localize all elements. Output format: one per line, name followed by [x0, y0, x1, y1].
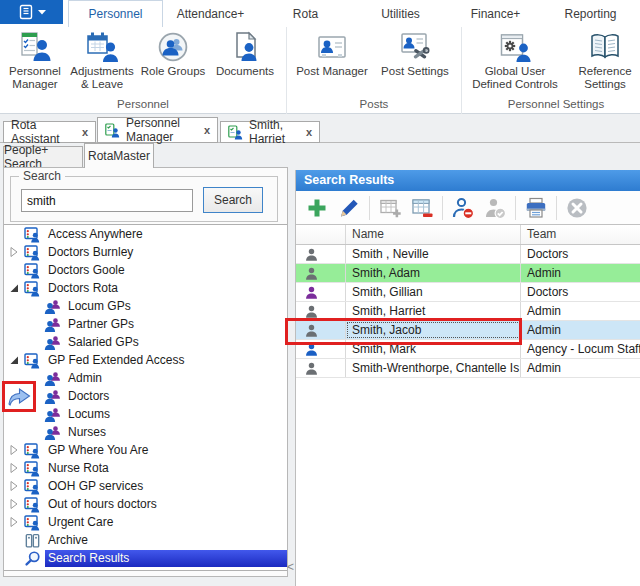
tree-expander-icon	[9, 337, 19, 347]
role-groups-icon	[157, 31, 189, 63]
document-tab-smith-harriet[interactable]: Smith, Harriet x	[220, 121, 320, 143]
collapsed-expander-icon[interactable]	[9, 463, 19, 473]
table-row[interactable]: Smith , Neville Doctors	[296, 245, 640, 264]
reference-settings-icon	[589, 31, 621, 63]
add-button[interactable]	[301, 194, 333, 222]
close-tab-icon[interactable]: x	[204, 124, 210, 136]
rota-icon	[24, 352, 41, 369]
expanded-expander-icon[interactable]	[9, 355, 19, 365]
collapse-panel-arrow-icon[interactable]	[7, 385, 33, 407]
add-grid-button[interactable]	[374, 194, 406, 222]
ribbon-group-buttons: Global User Defined Controls Reference S…	[462, 27, 640, 97]
person-blue-icon	[304, 342, 319, 357]
documents-button[interactable]: Documents	[208, 29, 282, 95]
tree-item-doctors-rota[interactable]: Doctors Rota	[4, 279, 287, 297]
tree-item-admin[interactable]: Admin	[4, 369, 287, 387]
tree-expander-icon	[9, 319, 19, 329]
activate-person-button[interactable]	[479, 194, 511, 222]
app-menu-button[interactable]	[0, 0, 63, 24]
ribbon-tab-rota[interactable]: Rota	[258, 0, 353, 27]
column-header-team[interactable]: Team	[521, 225, 640, 244]
tree-item-locum-gps[interactable]: Locum GPs	[4, 297, 287, 315]
ribbon: PersonnelAttendance+RotaUtilitiesFinance…	[0, 0, 640, 114]
post-settings-button[interactable]: Post Settings	[373, 29, 457, 95]
rota-icon	[24, 460, 41, 477]
personnel-manager-button[interactable]: Personnel Manager	[4, 29, 66, 95]
table-add-icon	[378, 196, 402, 220]
search-button[interactable]: Search	[203, 187, 263, 213]
tree-item-access-anywhere[interactable]: Access Anywhere	[4, 225, 287, 243]
row-team-cell: Admin	[521, 359, 640, 377]
print-button[interactable]	[520, 194, 552, 222]
tree-item-doctors-goole[interactable]: Doctors Goole	[4, 261, 287, 279]
collapsed-expander-icon[interactable]	[9, 499, 19, 509]
role-groups-button[interactable]: Role Groups	[138, 29, 208, 95]
side-tab-people-search[interactable]: People+ Search	[3, 146, 83, 168]
tree-item-urgent-care[interactable]: Urgent Care	[4, 513, 287, 531]
tree-item-label: Salaried GPs	[65, 334, 142, 351]
toolbar-separator	[369, 196, 370, 220]
ribbon-group: Post Manager Post Settings Posts	[287, 27, 462, 114]
close-tab-icon[interactable]: x	[82, 126, 88, 138]
expanded-expander-icon[interactable]	[9, 283, 19, 293]
tree-item-ooh-gp-services[interactable]: OOH GP services	[4, 477, 287, 495]
rota-icon	[24, 496, 41, 513]
toolbar-separator	[556, 196, 557, 220]
delete-button[interactable]	[561, 194, 593, 222]
tree-item-nurses[interactable]: Nurses	[4, 423, 287, 441]
tree-item-out-of-hours-doctors[interactable]: Out of hours doctors	[4, 495, 287, 513]
global-user-defined-controls-button[interactable]: Global User Defined Controls	[466, 29, 564, 95]
collapsed-expander-icon[interactable]	[9, 247, 19, 257]
table-row[interactable]: Smith, Adam Admin	[296, 264, 640, 283]
search-icon	[24, 550, 41, 567]
table-row[interactable]: Smith-Wrenthorpe, Chantelle Is... Admin	[296, 359, 640, 378]
people-group-icon	[44, 424, 61, 441]
person-gray-icon	[304, 323, 319, 338]
close-tab-icon[interactable]: x	[306, 126, 312, 138]
splitter-collapse-chevron[interactable]: <	[287, 560, 296, 574]
tree-item-salaried-gps[interactable]: Salaried GPs	[4, 333, 287, 351]
people-group-icon	[44, 370, 61, 387]
adjustments-leave-button[interactable]: Adjustments & Leave	[66, 29, 138, 95]
edit-button[interactable]	[333, 194, 365, 222]
collapsed-expander-icon[interactable]	[9, 517, 19, 527]
person-tab-icon	[105, 123, 120, 138]
table-row[interactable]: Smith, Mark Agency - Locum Staffing	[296, 340, 640, 359]
tree-expander-icon	[9, 301, 19, 311]
document-tab-rota-assistant[interactable]: Rota Assistant x	[3, 121, 96, 143]
ribbon-tab-personnel[interactable]: Personnel	[68, 0, 163, 27]
ribbon-button-label: Post Manager	[296, 65, 368, 78]
tree-item-gp-fed-extended-access[interactable]: GP Fed Extended Access	[4, 351, 287, 369]
tree-item-doctors-burnley[interactable]: Doctors Burnley	[4, 243, 287, 261]
side-tab-rotamaster[interactable]: RotaMaster	[84, 143, 154, 168]
column-header-name[interactable]: Name	[346, 225, 521, 244]
tree-item-doctors[interactable]: Doctors	[4, 387, 287, 405]
tree-item-gp-where-you-are[interactable]: GP Where You Are	[4, 441, 287, 459]
table-row[interactable]: Smith, Gillian Doctors	[296, 283, 640, 302]
deactivate-person-button[interactable]	[447, 194, 479, 222]
tree-item-locums[interactable]: Locums	[4, 405, 287, 423]
tree-item-nurse-rota[interactable]: Nurse Rota	[4, 459, 287, 477]
ribbon-tab-finance[interactable]: Finance+	[448, 0, 543, 27]
tree-item-archive[interactable]: Archive	[4, 531, 287, 549]
ribbon-tab-attendance[interactable]: Attendance+	[163, 0, 258, 27]
tree-item-search-results[interactable]: Search Results	[4, 549, 287, 567]
reference-settings-button[interactable]: Reference Settings	[564, 29, 640, 95]
collapsed-expander-icon[interactable]	[9, 445, 19, 455]
ribbon-group: Personnel Manager Adjustments & Leave Ro…	[0, 27, 287, 114]
ribbon-tab-utilities[interactable]: Utilities	[353, 0, 448, 27]
tree-item-label: Nurse Rota	[45, 460, 112, 477]
tree-item-partner-gps[interactable]: Partner GPs	[4, 315, 287, 333]
post-manager-button[interactable]: Post Manager	[291, 29, 373, 95]
column-header-icon[interactable]	[296, 225, 346, 244]
row-name-cell: Smith, Jacob	[346, 321, 521, 339]
document-tab-personnel-manager[interactable]: Personnel Manager x	[97, 117, 218, 143]
ribbon-tab-reporting[interactable]: Reporting	[543, 0, 638, 27]
tree-expander-icon	[9, 409, 19, 419]
remove-grid-button[interactable]	[406, 194, 438, 222]
collapsed-expander-icon[interactable]	[9, 481, 19, 491]
search-input[interactable]	[21, 189, 193, 212]
row-team-cell: Agency - Locum Staffing	[521, 340, 640, 358]
table-row[interactable]: Smith, Harriet Admin	[296, 302, 640, 321]
table-row[interactable]: Smith, Jacob Admin	[296, 321, 640, 340]
